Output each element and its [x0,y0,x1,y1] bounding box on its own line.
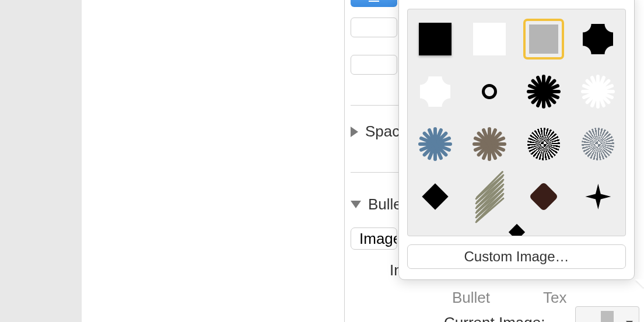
text-input-1[interactable] [351,18,397,37]
bullet-option-circle-outline[interactable] [471,74,508,110]
black-square-icon [419,23,452,55]
bullet-option-white-squircle[interactable] [417,74,453,110]
current-image-swatch [601,311,614,322]
bullet-image-popover: Custom Image… [398,0,635,280]
custom-image-label: Custom Image… [464,249,569,265]
bullet-grid-container [407,9,626,236]
inspector-panel: Spac Bulle Image In Bullet Tex Current I… [344,0,644,322]
four-point-star-icon [585,184,611,209]
bullet-option-blue-burst[interactable] [417,126,453,162]
text-column-label: Tex [543,289,566,307]
white-square-icon [473,23,506,55]
white-burst-icon [581,75,615,108]
black-squircle-icon [583,24,613,54]
bullet-option-black-diamond[interactable] [417,178,453,215]
bullet-option-gray-sunburst[interactable] [580,126,616,162]
bullet-option-white-square[interactable] [471,21,508,57]
popover-tail [635,279,644,288]
chevron-right-icon [351,127,358,137]
brown-diamond-icon [529,182,559,212]
circle-outline-icon [482,84,497,99]
chevron-down-icon [351,201,361,208]
bullet-option-brown-burst[interactable] [471,126,508,162]
bullet-option-black-burst[interactable] [526,74,562,110]
gray-square-icon [529,24,558,54]
align-left-button[interactable] [351,0,397,7]
bullets-section-header[interactable]: Bulle [351,195,402,214]
bullet-option-gray-square[interactable] [526,21,562,57]
diamond-peek-icon [508,224,524,236]
black-diamond-icon [422,183,448,209]
bullet-option-brown-diamond[interactable] [526,178,562,215]
brown-burst-icon [473,127,506,161]
white-squircle-icon [420,76,450,107]
text-input-2[interactable] [351,55,397,75]
bullet-option-scribble-diamond[interactable] [471,178,508,215]
current-image-label: Current Image: [444,314,545,322]
gray-sunburst-icon [582,128,614,160]
bullet-column-label: Bullet [452,289,490,307]
bullet-option-black-square[interactable] [417,21,453,57]
canvas-area [0,0,82,322]
bullet-option-black-sunburst[interactable] [526,126,562,162]
spacing-label: Spac [365,123,400,141]
custom-image-button[interactable]: Custom Image… [407,244,626,269]
bullet-option-four-point-star[interactable] [580,178,616,215]
bullets-label: Bulle [368,195,402,214]
black-burst-icon [527,75,561,108]
bullet-type-value: Image [359,230,397,248]
scribble-diamond-icon [474,181,505,212]
bullet-type-dropdown[interactable]: Image [351,228,397,250]
document-page[interactable] [82,0,344,322]
blue-burst-icon [418,127,452,161]
bullet-option-white-burst[interactable] [580,74,616,110]
bullet-option-black-squircle[interactable] [580,21,616,57]
spacing-section-header[interactable]: Spac [351,123,400,141]
current-image-dropdown[interactable] [575,306,639,322]
black-sunburst-icon [527,128,560,160]
